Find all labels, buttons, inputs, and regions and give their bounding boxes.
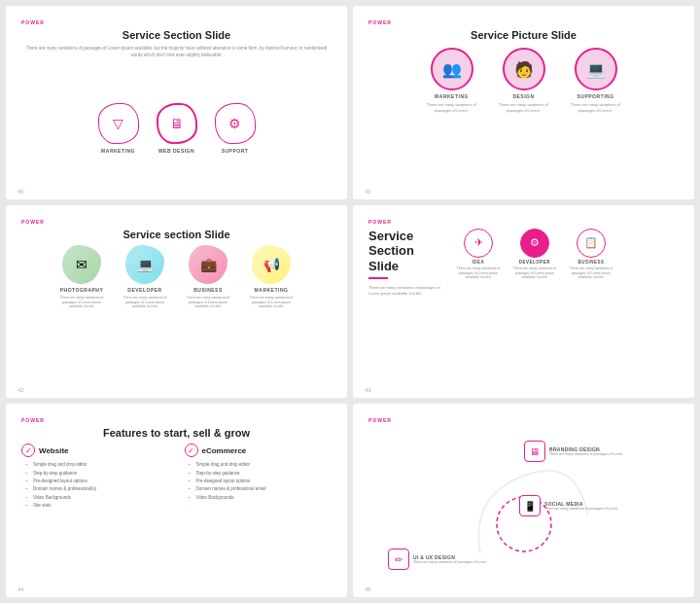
- webdesign-label: WEB DESIGN: [158, 148, 194, 154]
- slide1-icons-row: ▽ MARKETING 🖥 WEB DESIGN ⚙ SUPPORT: [21, 67, 332, 190]
- branding-desc: There are many variations of passages of…: [549, 452, 623, 457]
- slide4-brand: POWER: [368, 219, 679, 225]
- slide-6: POWER 🖥 BRANDING DESIGN There are many v…: [353, 404, 694, 597]
- slide3-nature-business: 💼 BUSINESS There are many variations of …: [182, 245, 235, 310]
- design-pic-desc: There are many variations of passages of…: [495, 102, 553, 113]
- ecommerce-item-2: Step-by-step guidance: [189, 471, 332, 477]
- photography-desc: There are many variations of passages of…: [55, 296, 109, 310]
- slide2-pic-design: 🧑 DESIGN There are many variations of pa…: [495, 48, 553, 113]
- marketing-pic-label: MARKETING: [435, 93, 469, 99]
- slide4-icons-row: ✈ IDEA There are many variations of pass…: [454, 229, 679, 281]
- slide3-brand: POWER: [21, 219, 332, 225]
- marketing-blob: ▽: [98, 103, 139, 144]
- business-desc2: There are many variations of passages of…: [567, 266, 615, 281]
- slide5-brand: POWER: [21, 417, 332, 423]
- website-item-6: Site stats: [25, 503, 169, 509]
- website-title: Website: [39, 446, 69, 455]
- developer-label2: DEVELOPER: [519, 260, 550, 265]
- photography-label: PHOTOGRAPHY: [60, 287, 104, 293]
- marketing-blob2: 📢: [252, 245, 291, 284]
- developer-label: DEVELOPER: [127, 287, 161, 293]
- slide1-icon-marketing: ▽ MARKETING: [98, 103, 139, 154]
- slide4-number: 43: [365, 387, 371, 393]
- business-label: BUSINESS: [193, 287, 223, 293]
- slide4-right: ✈ IDEA There are many variations of pass…: [454, 229, 679, 281]
- supporting-pic-label: SUPPORTING: [577, 93, 613, 99]
- slide3-natures-row: ✉ PHOTOGRAPHY There are many variations …: [21, 245, 332, 389]
- slide-1: POWER Service Section Slide There are ma…: [6, 6, 347, 199]
- ecommerce-list: Simple drag and drop editor Step-by-step…: [185, 462, 332, 500]
- slide4-icon-idea: ✈ IDEA There are many variations of pass…: [454, 229, 503, 281]
- slide-3: POWER Service section Slide ✉ PHOTOGRAPH…: [6, 205, 347, 399]
- social-item: 📱 SOCIAL MEDIA There are many variations…: [519, 495, 618, 516]
- slide4-icon-business: 📋 BUSINESS There are many variations of …: [567, 229, 615, 281]
- slide1-brand: POWER: [21, 19, 332, 25]
- supporting-pic-desc: There are many variations of passages of…: [567, 102, 625, 113]
- slide5-col-website: ✓ Website Simple drag and drop editor St…: [21, 443, 169, 587]
- ecommerce-item-1: Simple drag and drop editor: [189, 462, 332, 468]
- idea-circle: ✈: [464, 229, 493, 258]
- webdesign-blob: 🖥: [157, 103, 197, 144]
- website-check-icon: ✓: [21, 443, 35, 457]
- business-circle: 📋: [577, 229, 606, 258]
- marketing-label: MARKETING: [101, 148, 135, 154]
- social-desc: There are many variations of passages of…: [544, 507, 618, 512]
- slide4-divider: [368, 277, 388, 279]
- slide5-number: 44: [18, 586, 24, 592]
- slide-5: POWER Features to start, sell & grow ✓ W…: [6, 404, 347, 597]
- slide3-number: 42: [18, 387, 24, 393]
- business-desc: There are many variations of passages of…: [182, 296, 235, 310]
- slide6-diagram: 🖥 BRANDING DESIGN There are many variati…: [368, 427, 679, 587]
- slide1-icon-webdesign: 🖥 WEB DESIGN: [157, 103, 197, 154]
- slide4-split: ServiceSectionSlide There are many varia…: [368, 229, 679, 389]
- branding-item: 🖥 BRANDING DESIGN There are many variati…: [524, 441, 623, 462]
- slide5-cols: ✓ Website Simple drag and drop editor St…: [21, 443, 332, 587]
- slide2-title: Service Picture Slide: [368, 29, 679, 41]
- ecommerce-title: eCommerce: [202, 446, 247, 455]
- slide4-title: ServiceSectionSlide: [368, 229, 446, 274]
- slide3-nature-photography: ✉ PHOTOGRAPHY There are many variations …: [55, 245, 109, 310]
- website-item-2: Step-by-step guidance: [25, 471, 169, 477]
- slides-grid: POWER Service Section Slide There are ma…: [0, 0, 700, 603]
- developer-desc: There are many variations of passages of…: [119, 296, 172, 310]
- slide2-brand: POWER: [368, 19, 679, 25]
- branding-icon: 🖥: [524, 441, 545, 462]
- business-blob: 💼: [189, 245, 228, 284]
- design-photo: 🧑: [503, 48, 545, 90]
- slide5-title: Features to start, sell & grow: [21, 427, 332, 439]
- marketing-label2: MARKETING: [255, 287, 289, 293]
- idea-label: IDEA: [472, 260, 485, 265]
- slide-2: POWER Service Picture Slide 👥 MARKETING …: [353, 6, 694, 199]
- social-icon: 📱: [519, 495, 541, 516]
- support-label: SUPPORT: [222, 148, 249, 154]
- slide6-brand: POWER: [368, 417, 679, 423]
- supporting-photo: 💻: [575, 48, 617, 90]
- slide2-pics-row: 👥 MARKETING There are many variations of…: [368, 46, 679, 190]
- marketing-photo: 👥: [431, 48, 473, 90]
- slide4-desc: There are many variations of passages of…: [368, 285, 446, 297]
- website-item-3: Pre-designed layout options: [25, 479, 169, 484]
- developer-desc2: There are many variations of passages of…: [510, 266, 559, 281]
- slide4-icon-developer: ⚙ DEVELOPER There are many variations of…: [510, 229, 559, 281]
- uxdesign-icon: ✏: [388, 549, 409, 570]
- slide5-col-ecommerce: ✓ eCommerce Simple drag and drop editor …: [185, 443, 332, 587]
- ecommerce-item-5: Video Backgrounds: [189, 495, 332, 501]
- slide3-title: Service section Slide: [21, 229, 332, 240]
- website-header: ✓ Website: [21, 443, 169, 457]
- ecommerce-header: ✓ eCommerce: [185, 443, 332, 457]
- slide1-number: 40: [18, 189, 24, 195]
- slide3-nature-developer: 💻 DEVELOPER There are many variations of…: [119, 245, 172, 310]
- ecommerce-item-4: Domain names & professional email: [189, 486, 332, 492]
- business-label2: BUSINESS: [578, 260, 604, 265]
- slide4-left: ServiceSectionSlide There are many varia…: [368, 229, 446, 298]
- ecommerce-check-icon: ✓: [185, 443, 198, 457]
- slide2-number: 41: [365, 189, 371, 195]
- marketing-pic-desc: There are many variations of passages of…: [423, 102, 481, 113]
- slide2-pic-supporting: 💻 SUPPORTING There are many variations o…: [567, 48, 625, 113]
- ecommerce-item-3: Pre-designed layout options: [189, 479, 332, 484]
- website-list: Simple drag and drop editor Step-by-step…: [21, 462, 169, 509]
- idea-desc: There are many variations of passages of…: [454, 266, 503, 281]
- slide1-subtitle: There are many variations of passages of…: [21, 46, 332, 59]
- uxdesign-item: ✏ UI & UX DESIGN There are many variatio…: [388, 549, 487, 570]
- slide6-number: 45: [365, 586, 371, 592]
